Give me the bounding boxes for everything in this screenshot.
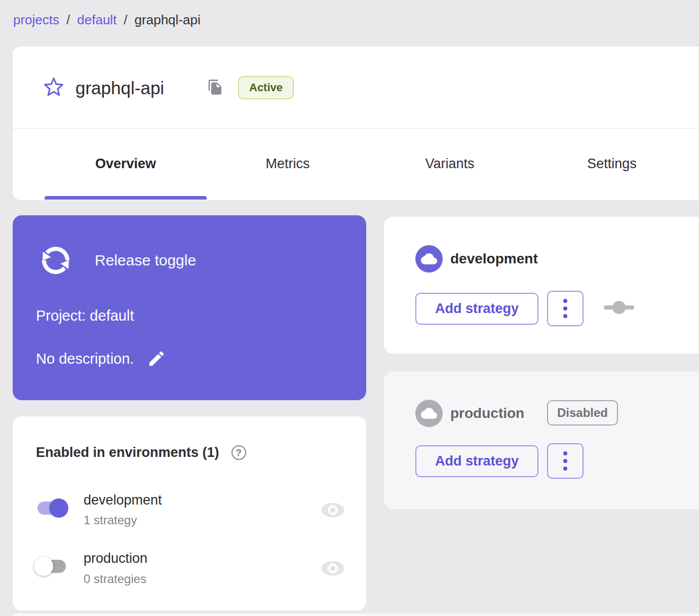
disabled-badge: Disabled bbox=[547, 400, 618, 426]
add-strategy-button[interactable]: Add strategy bbox=[415, 445, 538, 477]
environment-card-production: production Disabled Add strategy bbox=[384, 371, 699, 509]
breadcrumb-separator: / bbox=[66, 12, 70, 28]
tab-bar: Overview Metrics Variants Settings bbox=[13, 129, 699, 200]
toggle-production[interactable] bbox=[34, 555, 69, 578]
env-row-name-production: production bbox=[84, 551, 147, 566]
toggle-development[interactable] bbox=[34, 496, 69, 520]
status-badge: Active bbox=[238, 76, 294, 99]
copy-name-icon[interactable] bbox=[207, 78, 223, 96]
kebab-dot bbox=[563, 459, 567, 463]
cloud-icon bbox=[415, 400, 443, 427]
feature-description: No description. bbox=[36, 351, 134, 367]
kebab-dot bbox=[563, 306, 567, 311]
release-toggle-card: Release toggle Project: default No descr… bbox=[13, 215, 366, 400]
environments-panel-title: Enabled in environments (1) bbox=[36, 445, 219, 460]
breadcrumb-separator: / bbox=[124, 12, 127, 28]
kebab-dot bbox=[563, 299, 567, 303]
kebab-dot bbox=[563, 314, 567, 318]
feature-title-row: graphql-api Active bbox=[13, 47, 699, 129]
kebab-menu-icon[interactable] bbox=[547, 443, 584, 479]
eye-icon[interactable] bbox=[321, 559, 345, 578]
breadcrumb-current: graphql-api bbox=[135, 12, 201, 28]
feature-header-card: graphql-api Active Overview Metrics Vari… bbox=[13, 47, 699, 200]
active-tab-underline bbox=[45, 196, 207, 200]
environments-panel: Enabled in environments (1) ? developmen… bbox=[13, 416, 366, 610]
tab-settings[interactable]: Settings bbox=[531, 129, 693, 200]
page-title: graphql-api bbox=[75, 73, 164, 103]
breadcrumb-link-projects[interactable]: projects bbox=[13, 12, 59, 28]
env-row-strategies-production: 0 strategies bbox=[84, 572, 146, 586]
kebab-menu-icon[interactable] bbox=[547, 291, 584, 326]
tab-overview[interactable]: Overview bbox=[45, 129, 207, 200]
env-row-name-development: development bbox=[84, 492, 162, 508]
environment-name: development bbox=[450, 250, 538, 267]
toggle-thumb bbox=[34, 557, 53, 576]
toggle-thumb bbox=[49, 498, 68, 518]
environment-card-development: development Add strategy bbox=[384, 217, 699, 354]
env-row-strategies-development: 1 strategy bbox=[84, 513, 137, 527]
release-toggle-icon bbox=[37, 242, 74, 279]
help-icon[interactable]: ? bbox=[231, 445, 246, 460]
favorite-star-icon[interactable] bbox=[43, 76, 64, 98]
kebab-dot bbox=[563, 451, 567, 455]
kebab-dot bbox=[563, 467, 567, 471]
breadcrumb: projects / default / graphql-api bbox=[13, 12, 201, 28]
breadcrumb-link-default[interactable]: default bbox=[77, 12, 116, 28]
cloud-icon bbox=[415, 245, 443, 273]
environment-name: production bbox=[450, 405, 524, 422]
project-label: Project: default bbox=[36, 307, 134, 324]
strategy-node-icon bbox=[603, 300, 635, 315]
tab-metrics[interactable]: Metrics bbox=[207, 129, 369, 200]
tab-variants[interactable]: Variants bbox=[369, 129, 531, 200]
eye-icon[interactable] bbox=[321, 500, 345, 520]
edit-pencil-icon[interactable] bbox=[147, 349, 166, 368]
next-card-edge bbox=[13, 613, 699, 616]
feature-type-label: Release toggle bbox=[95, 252, 196, 269]
add-strategy-button[interactable]: Add strategy bbox=[415, 293, 538, 325]
